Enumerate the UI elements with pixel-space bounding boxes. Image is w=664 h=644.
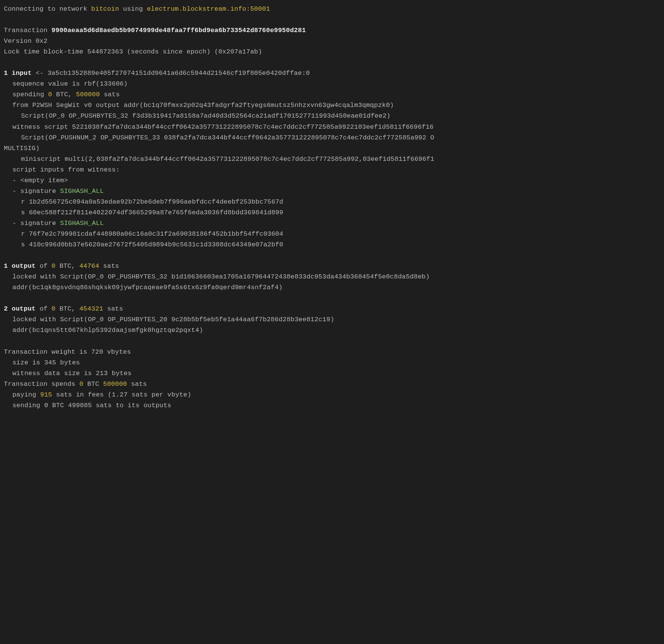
- witness-script: witness script 5221038fa2fa7dca344bf44cc…: [4, 122, 660, 133]
- output-number: 2: [4, 305, 12, 312]
- output2-header: 2 output of 0 BTC, 454321 sats: [4, 304, 660, 314]
- text: - signature: [12, 220, 60, 227]
- text: of: [36, 305, 52, 312]
- tx-weight: Transaction weight is 720 vbytes: [4, 347, 660, 358]
- blank-line: [4, 15, 660, 25]
- sats-amount: 44764: [79, 262, 99, 270]
- endpoint: electrum.blockstream.info:50001: [147, 5, 270, 13]
- text: Connecting to network: [4, 5, 91, 13]
- text: BTC: [83, 380, 103, 388]
- input-header: 1 input <- 3a5cb1352889e405f27074151dd96…: [4, 68, 660, 79]
- text: sats in fees (1.27 sats per vbyte): [52, 391, 191, 398]
- tx-hash: 9900aeaa5d6d8aedb5b9074999de48faa7ff6bd9…: [52, 27, 306, 34]
- blank-line: [4, 57, 660, 68]
- sats-amount: 500000: [103, 380, 127, 388]
- blank-line: [4, 250, 660, 261]
- multisig-tail: MULTISIG): [4, 143, 660, 154]
- blank-line: [4, 336, 660, 346]
- miniscript: miniscript multi(2,038fa2fa7dca344bf44cc…: [4, 154, 660, 165]
- text: spending: [12, 91, 48, 98]
- tx-size: size is 345 bytes: [4, 358, 660, 368]
- tx-hash-line: Transaction 9900aeaa5d6d8aedb5b9074999de…: [4, 25, 660, 36]
- text: output: [12, 305, 36, 312]
- text: sats: [103, 305, 123, 312]
- sig2-header: - signature SIGHASH_ALL: [4, 218, 660, 229]
- sighash-type: SIGHASH_ALL: [60, 188, 104, 195]
- tx-spends: Transaction spends 0 BTC 500000 sats: [4, 379, 660, 390]
- tx-fees: paying 915 sats in fees (1.27 sats per v…: [4, 390, 660, 400]
- fee-sats: 915: [40, 391, 52, 398]
- text: BTC,: [55, 305, 79, 312]
- btc-amount: 0: [52, 305, 55, 312]
- text: sats: [127, 380, 147, 388]
- output-number: 1: [4, 262, 12, 270]
- text: Transaction spends: [4, 380, 79, 388]
- prev-txid: <- 3a5cb1352889e405f27074151dd9641a6d6c5…: [32, 70, 310, 77]
- tx-sending: sending 0 BTC 499085 sats to its outputs: [4, 400, 660, 411]
- network-name: bitcoin: [91, 5, 119, 13]
- output1-script: locked with Script(OP_0 OP_PUSHBYTES_32 …: [4, 272, 660, 282]
- sighash-type: SIGHASH_ALL: [60, 220, 104, 227]
- text: using: [119, 5, 147, 13]
- text: sats: [99, 262, 119, 270]
- from-script: Script(OP_0 OP_PUSHBYTES_32 f3d3b319417a…: [4, 111, 660, 121]
- output1-header: 1 output of 0 BTC, 44764 sats: [4, 261, 660, 272]
- terminal-output: Connecting to network bitcoin using elec…: [4, 4, 660, 411]
- sig2-s: s 410c996d0bb37e5620ae27672f5405d9894b9c…: [4, 239, 660, 250]
- script-inputs-label: script inputs from witness:: [4, 165, 660, 175]
- text: BTC,: [52, 91, 76, 98]
- text: paying: [12, 391, 40, 398]
- sats-amount: 454321: [79, 305, 103, 312]
- tx-version: Version 0x2: [4, 36, 660, 47]
- tx-locktime: Lock time block-time 544872363 (seconds …: [4, 47, 660, 57]
- text: of: [36, 262, 52, 270]
- blank-line: [4, 293, 660, 304]
- sig2-r: r 76f7e2c799981cdaf448980a06c16a0c31f2a6…: [4, 229, 660, 239]
- btc-amount: 0: [52, 262, 55, 270]
- text: Transaction: [4, 27, 52, 34]
- output2-addr: addr(bc1qns5tt067khlp5392daajsmfgk0hgztq…: [4, 325, 660, 336]
- text: input: [12, 70, 32, 77]
- text: - signature: [12, 188, 60, 195]
- sig1-header: - signature SIGHASH_ALL: [4, 186, 660, 197]
- btc-amount: 0: [48, 91, 52, 98]
- text: BTC,: [55, 262, 79, 270]
- from-addr: from P2WSH SegWit v0 output addr(bc1q70f…: [4, 100, 660, 111]
- spending-line: spending 0 BTC, 500000 sats: [4, 89, 660, 100]
- text: sats: [100, 91, 120, 98]
- sats-amount: 500000: [76, 91, 100, 98]
- tx-witness-size: witness data size is 213 bytes: [4, 368, 660, 379]
- sig1-r: r 1b2d556725c094a0a53edae92b72be6deb7f99…: [4, 197, 660, 207]
- witness-script-decoded: Script(OP_PUSHNUM_2 OP_PUSHBYTES_33 038f…: [4, 133, 660, 143]
- btc-amount: 0: [79, 380, 83, 388]
- text: output: [12, 262, 36, 270]
- sequence: sequence value is rbf(133606): [4, 79, 660, 89]
- connect-line: Connecting to network bitcoin using elec…: [4, 4, 660, 15]
- sig1-s: s 60ec588f212f811e4022074df3665299a87e76…: [4, 207, 660, 218]
- input-number: 1: [4, 70, 12, 77]
- output1-addr: addr(bc1qk8gsvdnq86shqksk09jywfpcaqeae9f…: [4, 282, 660, 293]
- empty-item: - <empty item>: [4, 175, 660, 186]
- output2-script: locked with Script(OP_0 OP_PUSHBYTES_20 …: [4, 314, 660, 325]
